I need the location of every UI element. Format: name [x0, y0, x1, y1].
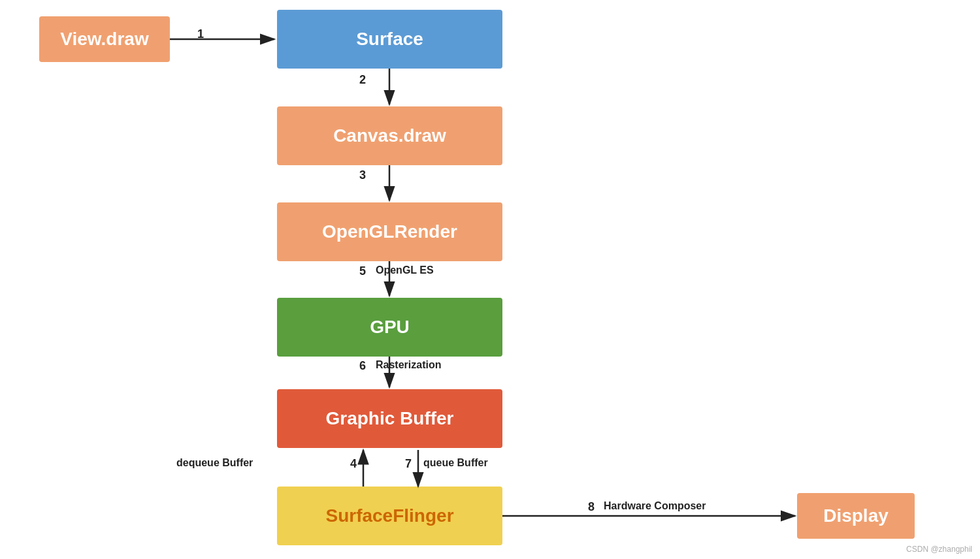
arrows-svg [0, 0, 980, 559]
display-box: Display [797, 493, 915, 539]
opengl-render-box: OpenGLRender [277, 202, 502, 261]
diagram-container: View.draw Surface Canvas.draw OpenGLRend… [0, 0, 980, 559]
step-4-label: 4 [350, 457, 357, 471]
opengl-render-label: OpenGLRender [322, 221, 457, 242]
gpu-box: GPU [277, 298, 502, 357]
step-8-label: 8 [588, 500, 595, 514]
step-7-label: 7 [405, 457, 412, 471]
step-6-label: 6 [359, 359, 366, 373]
canvas-draw-box: Canvas.draw [277, 106, 502, 165]
surface-flinger-label: SurfaceFlinger [325, 505, 453, 526]
canvas-draw-label: Canvas.draw [333, 125, 446, 146]
step-5-desc: OpenGL ES [376, 264, 434, 276]
watermark: CSDN @zhangphil [906, 545, 972, 554]
step-5-label: 5 [359, 264, 366, 278]
display-label: Display [823, 505, 889, 526]
step-2-label: 2 [359, 73, 366, 87]
view-draw-box: View.draw [39, 16, 170, 62]
step-1-label: 1 [197, 27, 204, 41]
surface-box: Surface [277, 10, 502, 69]
step-8-desc: Hardware Composer [604, 500, 706, 512]
view-draw-label: View.draw [60, 29, 148, 50]
dequeue-label: dequeue Buffer [176, 457, 253, 469]
graphic-buffer-box: Graphic Buffer [277, 389, 502, 448]
surface-flinger-box: SurfaceFlinger [277, 487, 502, 545]
step-6-desc: Rasterization [376, 359, 441, 371]
gpu-label: GPU [370, 317, 410, 338]
surface-label: Surface [356, 29, 423, 50]
graphic-buffer-label: Graphic Buffer [325, 408, 453, 429]
step-3-label: 3 [359, 168, 366, 182]
step-7-desc: queue Buffer [423, 457, 488, 469]
